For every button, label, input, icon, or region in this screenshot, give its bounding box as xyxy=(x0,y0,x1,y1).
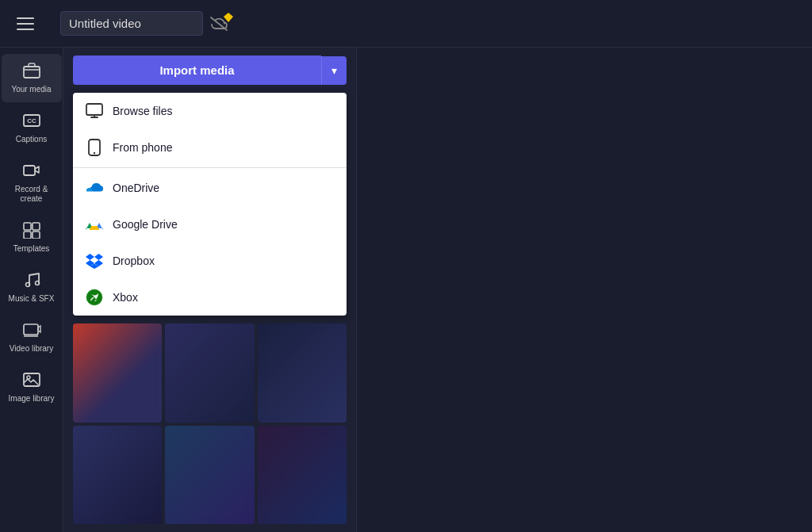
media-thumb-2[interactable] xyxy=(165,323,254,423)
title-icon-group xyxy=(209,16,228,32)
preview-area xyxy=(357,48,812,532)
import-media-button[interactable]: Import media xyxy=(73,55,321,85)
sidebar-item-music-sfx[interactable]: Music & SFX xyxy=(2,263,62,312)
xbox-item[interactable]: Xbox xyxy=(73,279,347,316)
sidebar-item-image-library[interactable]: Image library xyxy=(2,363,62,411)
onedrive-icon xyxy=(86,179,103,197)
from-phone-label: From phone xyxy=(113,141,172,154)
svg-marker-1 xyxy=(224,13,233,22)
svg-rect-5 xyxy=(24,166,35,175)
svg-marker-22 xyxy=(94,254,103,260)
import-btn-row: Import media ▾ xyxy=(63,48,356,93)
sidebar-label-record: Record & create xyxy=(15,185,48,204)
video-title-input[interactable] xyxy=(60,11,203,36)
svg-rect-9 xyxy=(33,232,40,239)
media-grid xyxy=(63,316,356,532)
premium-icon xyxy=(224,13,233,22)
import-dropdown: Browse files From phone xyxy=(73,93,347,316)
browse-files-label: Browse files xyxy=(113,105,172,117)
dropbox-icon xyxy=(86,252,103,270)
svg-rect-16 xyxy=(86,104,102,115)
sidebar-label-music: Music & SFX xyxy=(9,294,55,304)
sidebar-label-your-media: Your media xyxy=(11,85,51,94)
svg-rect-8 xyxy=(24,232,31,239)
media-thumb-1[interactable] xyxy=(73,323,162,423)
browse-files-item[interactable]: Browse files xyxy=(73,93,347,129)
menu-button[interactable] xyxy=(10,8,41,40)
cloud-status-area xyxy=(209,16,228,32)
title-area xyxy=(60,11,228,36)
google-drive-label: Google Drive xyxy=(113,218,178,231)
svg-rect-2 xyxy=(24,67,40,78)
sidebar-label-captions: Captions xyxy=(16,135,47,144)
sidebar: Your media CC Captions Record & create xyxy=(0,48,63,532)
gdrive-icon xyxy=(86,216,103,233)
media-thumb-6[interactable] xyxy=(258,426,347,525)
svg-point-11 xyxy=(35,281,39,285)
svg-rect-6 xyxy=(24,223,31,230)
sidebar-item-your-media[interactable]: Your media xyxy=(2,54,62,102)
record-icon xyxy=(22,162,41,182)
media-thumb-5[interactable] xyxy=(165,426,254,525)
from-phone-item[interactable]: From phone xyxy=(73,129,347,166)
svg-point-18 xyxy=(94,152,95,154)
dropbox-label: Dropbox xyxy=(113,255,155,267)
import-chevron-button[interactable]: ▾ xyxy=(321,56,347,85)
svg-rect-12 xyxy=(24,324,38,335)
sidebar-label-video-library: Video library xyxy=(10,344,53,354)
monitor-icon xyxy=(86,102,103,120)
google-drive-item[interactable]: Google Drive xyxy=(73,206,347,243)
dropdown-divider-1 xyxy=(73,167,347,168)
onedrive-item[interactable]: OneDrive xyxy=(73,170,347,206)
image-library-icon xyxy=(22,371,41,391)
your-media-icon xyxy=(22,62,41,82)
dropbox-item[interactable]: Dropbox xyxy=(73,243,347,279)
sidebar-item-captions[interactable]: CC Captions xyxy=(2,104,62,152)
sidebar-item-video-library[interactable]: Video library xyxy=(2,313,62,362)
panel: Import media ▾ Browse files xyxy=(63,48,357,532)
xbox-icon xyxy=(86,289,103,306)
main-layout: Your media CC Captions Record & create xyxy=(0,48,812,532)
svg-rect-7 xyxy=(33,223,40,230)
sidebar-label-templates: Templates xyxy=(13,244,50,254)
sidebar-item-record-create[interactable]: Record & create xyxy=(2,154,62,212)
svg-marker-21 xyxy=(86,254,94,260)
templates-icon xyxy=(22,221,41,241)
music-icon xyxy=(22,271,41,291)
video-library-icon xyxy=(22,321,41,341)
captions-icon: CC xyxy=(22,112,41,132)
sidebar-item-templates[interactable]: Templates xyxy=(2,213,62,262)
top-bar xyxy=(0,0,812,48)
sidebar-label-image-library: Image library xyxy=(9,394,55,404)
svg-text:CC: CC xyxy=(27,117,36,124)
onedrive-label: OneDrive xyxy=(113,182,159,194)
xbox-label: Xbox xyxy=(113,291,138,304)
media-thumb-3[interactable] xyxy=(258,323,347,423)
phone-icon xyxy=(86,139,103,156)
media-thumb-4[interactable] xyxy=(73,426,162,525)
svg-point-10 xyxy=(25,283,29,287)
